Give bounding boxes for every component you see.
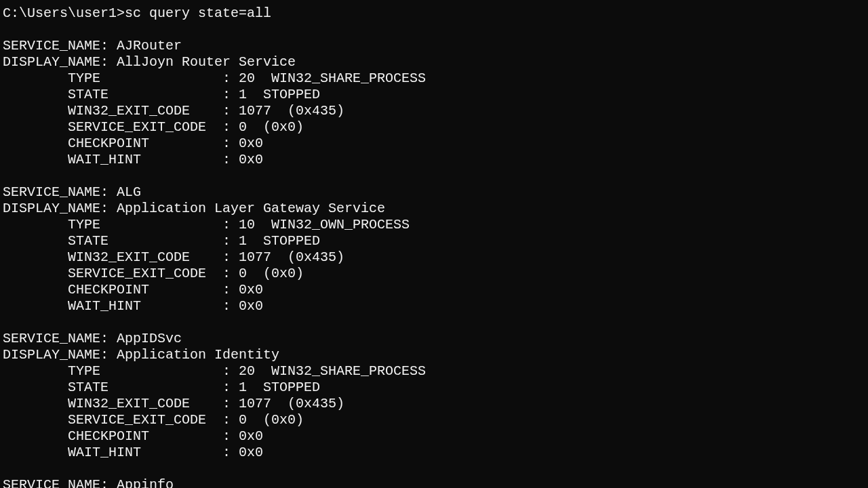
state-value: 1 STOPPED: [239, 87, 320, 102]
service-name-row: SERVICE_NAME: AppIDSvc: [3, 331, 865, 347]
wait-hint-value: 0x0: [239, 152, 263, 167]
service-entry: SERVICE_NAME: ALGDISPLAY_NAME: Applicati…: [3, 184, 865, 314]
display-name-row: DISPLAY_NAME: Application Identity: [3, 347, 865, 363]
type-value: 20 WIN32_SHARE_PROCESS: [239, 70, 426, 86]
type-row: TYPE : 20 WIN32_SHARE_PROCESS: [3, 363, 865, 380]
checkpoint-row: CHECKPOINT : 0x0: [3, 428, 865, 445]
service-name-label: SERVICE_NAME:: [3, 477, 108, 488]
terminal-output[interactable]: C:\Users\user1>sc query state=all SERVIC…: [0, 0, 868, 488]
svc-exit-label: SERVICE_EXIT_CODE: [68, 119, 206, 135]
type-label: TYPE: [68, 363, 100, 379]
prompt: C:\Users\user1>: [3, 5, 125, 21]
service-name-row: SERVICE_NAME: Appinfo: [3, 477, 865, 488]
type-label: TYPE: [68, 217, 100, 232]
service-name-label: SERVICE_NAME:: [3, 184, 108, 200]
service-name-value: ALG: [117, 184, 141, 200]
service-name-row: SERVICE_NAME: ALG: [3, 184, 865, 201]
win32-exit-value: 1077 (0x435): [239, 249, 344, 265]
type-label: TYPE: [68, 70, 100, 86]
type-value: 10 WIN32_OWN_PROCESS: [239, 217, 410, 232]
wait-hint-label: WAIT_HINT: [68, 298, 141, 314]
type-row: TYPE : 10 WIN32_OWN_PROCESS: [3, 217, 865, 233]
checkpoint-label: CHECKPOINT: [68, 282, 149, 298]
service-name-value: AJRouter: [117, 38, 182, 54]
service-entry: SERVICE_NAME: Appinfo: [3, 477, 865, 488]
service-entry: SERVICE_NAME: AppIDSvcDISPLAY_NAME: Appl…: [3, 331, 865, 461]
type-value: 20 WIN32_SHARE_PROCESS: [239, 363, 426, 379]
win32-exit-row: WIN32_EXIT_CODE : 1077 (0x435): [3, 103, 865, 119]
wait-hint-value: 0x0: [239, 298, 263, 314]
checkpoint-value: 0x0: [239, 136, 263, 151]
state-label: STATE: [68, 380, 108, 395]
win32-exit-row: WIN32_EXIT_CODE : 1077 (0x435): [3, 396, 865, 412]
state-label: STATE: [68, 233, 108, 249]
wait-hint-label: WAIT_HINT: [68, 445, 141, 460]
checkpoint-row: CHECKPOINT : 0x0: [3, 136, 865, 152]
checkpoint-value: 0x0: [239, 282, 263, 298]
state-value: 1 STOPPED: [239, 233, 320, 249]
wait-hint-row: WAIT_HINT : 0x0: [3, 152, 865, 168]
service-name-label: SERVICE_NAME:: [3, 331, 108, 346]
win32-exit-value: 1077 (0x435): [239, 396, 344, 411]
service-name-value: AppIDSvc: [117, 331, 182, 346]
svc-exit-row: SERVICE_EXIT_CODE : 0 (0x0): [3, 119, 865, 136]
state-row: STATE : 1 STOPPED: [3, 233, 865, 249]
wait-hint-label: WAIT_HINT: [68, 152, 141, 167]
wait-hint-value: 0x0: [239, 445, 263, 460]
service-name-value: Appinfo: [117, 477, 174, 488]
svc-exit-row: SERVICE_EXIT_CODE : 0 (0x0): [3, 412, 865, 428]
display-name-row: DISPLAY_NAME: AllJoyn Router Service: [3, 54, 865, 70]
svc-exit-value: 0 (0x0): [239, 412, 304, 428]
win32-exit-label: WIN32_EXIT_CODE: [68, 103, 190, 119]
display-name-value: AllJoyn Router Service: [117, 54, 296, 70]
display-name-label: DISPLAY_NAME:: [3, 347, 108, 363]
service-name-label: SERVICE_NAME:: [3, 38, 108, 54]
win32-exit-label: WIN32_EXIT_CODE: [68, 396, 190, 411]
svc-exit-row: SERVICE_EXIT_CODE : 0 (0x0): [3, 266, 865, 282]
display-name-label: DISPLAY_NAME:: [3, 201, 108, 216]
svc-exit-value: 0 (0x0): [239, 266, 304, 281]
state-row: STATE : 1 STOPPED: [3, 87, 865, 103]
command-line: C:\Users\user1>sc query state=all: [3, 5, 865, 22]
checkpoint-label: CHECKPOINT: [68, 428, 149, 444]
svc-exit-value: 0 (0x0): [239, 119, 304, 135]
type-row: TYPE : 20 WIN32_SHARE_PROCESS: [3, 70, 865, 87]
display-name-row: DISPLAY_NAME: Application Layer Gateway …: [3, 201, 865, 217]
checkpoint-row: CHECKPOINT : 0x0: [3, 282, 865, 298]
win32-exit-label: WIN32_EXIT_CODE: [68, 249, 190, 265]
command-text: sc query state=all: [125, 5, 271, 21]
wait-hint-row: WAIT_HINT : 0x0: [3, 298, 865, 314]
svc-exit-label: SERVICE_EXIT_CODE: [68, 266, 206, 281]
service-entry: SERVICE_NAME: AJRouterDISPLAY_NAME: AllJ…: [3, 38, 865, 168]
win32-exit-row: WIN32_EXIT_CODE : 1077 (0x435): [3, 249, 865, 266]
checkpoint-value: 0x0: [239, 428, 263, 444]
state-label: STATE: [68, 87, 108, 102]
state-row: STATE : 1 STOPPED: [3, 380, 865, 396]
win32-exit-value: 1077 (0x435): [239, 103, 344, 119]
svc-exit-label: SERVICE_EXIT_CODE: [68, 412, 206, 428]
display-name-value: Application Identity: [117, 347, 279, 363]
service-name-row: SERVICE_NAME: AJRouter: [3, 38, 865, 54]
display-name-value: Application Layer Gateway Service: [117, 201, 385, 216]
checkpoint-label: CHECKPOINT: [68, 136, 149, 151]
display-name-label: DISPLAY_NAME:: [3, 54, 108, 70]
state-value: 1 STOPPED: [239, 380, 320, 395]
wait-hint-row: WAIT_HINT : 0x0: [3, 445, 865, 461]
